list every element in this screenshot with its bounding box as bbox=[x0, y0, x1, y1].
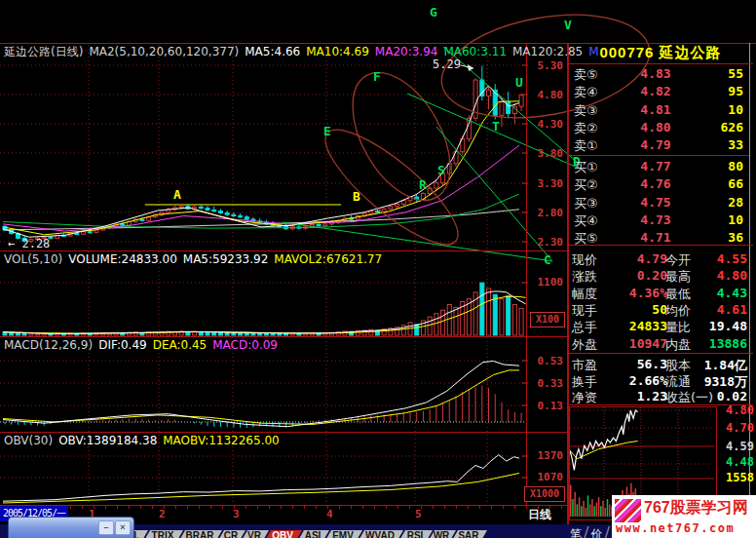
annotation-letter-T: T bbox=[492, 119, 500, 134]
tab-emv[interactable]: EMV bbox=[323, 530, 362, 538]
info-cell: 10947 bbox=[609, 336, 667, 351]
title-segment: VOLUME:24833.00 bbox=[68, 252, 177, 266]
title-segment: MA2(5,10,20,60,120,377) bbox=[89, 45, 239, 58]
ask-cell: 卖② bbox=[574, 120, 598, 137]
ask-cell: 卖④ bbox=[574, 84, 598, 101]
ask-row: 卖③4.8110 bbox=[568, 102, 751, 120]
axis-label: 1100 bbox=[526, 276, 563, 288]
title-segment: DEA:0.45 bbox=[153, 338, 208, 352]
mini-tab-0[interactable]: 笔 bbox=[570, 526, 582, 538]
tab-sar[interactable]: SAR bbox=[450, 530, 487, 538]
annotation-letter-S: S bbox=[437, 163, 445, 177]
bid-cell: 买⑤ bbox=[574, 230, 598, 248]
info-cell: 2.66% bbox=[609, 373, 667, 388]
peak-price-callout: 5.29 bbox=[433, 58, 461, 71]
quote-header-line bbox=[568, 63, 753, 64]
annotation-letter-F: F bbox=[373, 69, 381, 84]
info-cell: 换手 bbox=[572, 373, 597, 391]
info-cell: 1.23 bbox=[609, 389, 667, 404]
mini-axis-label: 4.70 bbox=[717, 421, 754, 435]
annotation-letter-B: B bbox=[353, 189, 360, 204]
info-row: 换手2.66%流通9318万 bbox=[568, 373, 753, 390]
info-row: 涨跌0.20最高4.80 bbox=[568, 268, 753, 285]
axis-label: 0.53 bbox=[526, 355, 563, 367]
info-row: 现价4.79今开4.55 bbox=[568, 251, 753, 268]
macd-pane-top-line bbox=[0, 336, 568, 337]
tab-brar[interactable]: BRAR bbox=[177, 530, 222, 538]
bid-cell: 买② bbox=[574, 176, 598, 194]
ask-cell: 55 bbox=[675, 66, 743, 81]
info-row: 外盘10947内盘13886 bbox=[568, 336, 753, 353]
info-cell: 净资 bbox=[572, 389, 597, 406]
tab-trix[interactable]: TRIX bbox=[142, 530, 183, 538]
ask-cell: 10 bbox=[675, 102, 743, 117]
axis-label: 2.30 bbox=[526, 236, 563, 249]
mini-tab-1[interactable]: 价 bbox=[590, 526, 602, 538]
obv-unit-box: X1000 bbox=[524, 486, 565, 502]
info-row: 市盈56.3股本1.84亿 bbox=[568, 357, 753, 373]
tab-wvad[interactable]: WVAD bbox=[357, 530, 403, 538]
title-segment: MA20:3.94 bbox=[375, 45, 438, 58]
info-row: 幅度4.36%最低4.43 bbox=[568, 286, 753, 302]
month-label: 4 bbox=[326, 508, 333, 520]
info-cell: 0.20 bbox=[609, 268, 667, 283]
watermark-url: www.net767.com bbox=[616, 521, 735, 535]
close-button[interactable]: × bbox=[115, 520, 131, 535]
month-label: 5 bbox=[415, 508, 422, 520]
info-cell: 4.55 bbox=[683, 251, 747, 266]
ask-cell: 95 bbox=[675, 84, 743, 98]
title-segment: MA5:4.66 bbox=[245, 45, 300, 58]
ask-row: 卖②4.80626 bbox=[568, 120, 751, 137]
ask-row: 卖④4.8295 bbox=[568, 84, 751, 101]
info-cell: 总手 bbox=[572, 319, 597, 336]
axis-label: 3.30 bbox=[526, 177, 563, 190]
main-chart-title: 延边公路(日线)MA2(5,10,20,60,120,377)MA5:4.66M… bbox=[4, 44, 605, 60]
timeline-ticks bbox=[0, 505, 568, 509]
info-cell: 现手 bbox=[572, 302, 597, 320]
bid-cell: 80 bbox=[675, 159, 743, 173]
bid-cell: 66 bbox=[675, 176, 743, 191]
axis-label: 1070 bbox=[526, 471, 563, 483]
axis-label: 3.80 bbox=[526, 147, 563, 160]
info-cell: 0.02 bbox=[683, 389, 747, 404]
bid-row: 买①4.7780 bbox=[568, 159, 751, 176]
title-segment: MA5:59233.92 bbox=[183, 252, 269, 266]
info-cell: 外盘 bbox=[572, 336, 597, 354]
axis-label: 4.80 bbox=[526, 89, 563, 101]
annotation-letter-C: C bbox=[544, 252, 551, 267]
annotation-letter-E: E bbox=[323, 124, 331, 138]
info-cell: 50 bbox=[609, 302, 667, 317]
mini-axis-label: 4.48 bbox=[717, 455, 754, 469]
ask-row: 卖①4.7933 bbox=[568, 137, 751, 155]
obv-pane-top-line bbox=[0, 432, 568, 433]
stock-app-window: 延边公路(日线)MA2(5,10,20,60,120,377)MA5:4.66M… bbox=[0, 0, 756, 538]
period-label[interactable]: 日线 bbox=[528, 507, 565, 523]
title-segment: MAOBV:1132265.00 bbox=[163, 434, 279, 447]
bid-cell: 36 bbox=[675, 230, 743, 245]
title-segment: MA60:3.11 bbox=[443, 45, 507, 58]
info-cell: 4.43 bbox=[683, 286, 747, 300]
bid-cell: 买① bbox=[574, 159, 598, 176]
tab-rsi[interactable]: RSI bbox=[397, 530, 433, 538]
ask-cell: 33 bbox=[675, 137, 743, 152]
background-window-fragment: – × bbox=[8, 517, 134, 538]
bid-row: 买⑤4.7136 bbox=[568, 230, 751, 248]
mini-axis-label: 1558 bbox=[717, 471, 754, 484]
title-segment: MACD:0.09 bbox=[212, 338, 278, 352]
info-row: 现手50均价4.61 bbox=[568, 302, 753, 319]
minimize-button[interactable]: – bbox=[98, 520, 114, 535]
ask-cell: 626 bbox=[675, 120, 743, 134]
ask-cell: 卖③ bbox=[574, 102, 598, 120]
tab-obv[interactable]: OBV bbox=[263, 530, 302, 538]
vol-pane-top-line bbox=[0, 250, 568, 251]
info-cell: 24833 bbox=[609, 319, 667, 333]
title-segment: MA10:4.69 bbox=[306, 45, 369, 58]
watermark: 767股票学习网 www.net767.com bbox=[612, 495, 756, 538]
annotation-letter-U: U bbox=[515, 75, 523, 90]
ask-row: 卖⑤4.8355 bbox=[568, 66, 751, 84]
watermark-logo-icon bbox=[615, 499, 641, 522]
bid-row: 买④4.7310 bbox=[568, 212, 751, 230]
ask-cell: 卖① bbox=[574, 137, 598, 155]
mini-axis-label: 4.80 bbox=[717, 404, 754, 417]
info-cell: 幅度 bbox=[572, 286, 597, 303]
